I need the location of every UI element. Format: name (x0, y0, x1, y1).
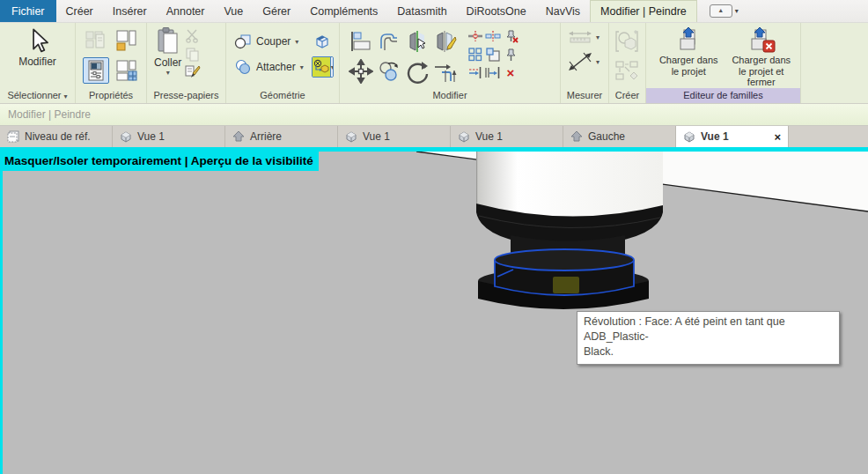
view-tab-label: Arrière (250, 130, 282, 143)
options-bar-mode-text: Modifier | Peindre (8, 108, 91, 121)
cut-geometry-button[interactable]: Couper (234, 33, 291, 49)
view-tab-label: Vue 1 (475, 130, 503, 143)
ribbon-collapse-control[interactable]: ▲ ▾ (710, 0, 739, 22)
ribbon-empty-area (801, 23, 868, 103)
trim-extend-icon[interactable] (433, 60, 458, 83)
panel-label-proprietes[interactable]: Propriétés (76, 88, 146, 103)
measure-between-refs-icon[interactable] (568, 30, 592, 44)
mirror-draw-axis-icon[interactable] (434, 30, 457, 53)
view-tab-gauche[interactable]: Gauche (563, 126, 676, 147)
trim-multiple-icon[interactable] (485, 66, 501, 79)
panel-label-geometrie[interactable]: Géométrie (226, 88, 339, 103)
scale-icon[interactable] (486, 48, 500, 62)
panel-label-selectionner[interactable]: Sélectionner ▾ (0, 88, 75, 103)
split-with-gap-icon[interactable] (485, 30, 501, 42)
create-group-icon[interactable] (614, 30, 639, 53)
view-tab-label: Niveau de réf. (25, 130, 91, 143)
tab-annoter[interactable]: Annoter (157, 0, 215, 22)
create-similar-icon[interactable] (614, 60, 639, 81)
tab-vue[interactable]: Vue (214, 0, 253, 22)
mirror-pick-axis-icon[interactable] (406, 30, 429, 53)
family-category-button[interactable] (113, 27, 139, 54)
close-tab-icon[interactable]: × (774, 130, 781, 144)
paint-status-tooltip: Révolution : Face: A été peint en tant q… (577, 311, 840, 365)
view-3d-icon (458, 130, 470, 143)
panel-label-creer[interactable]: Créer (609, 88, 645, 103)
panel-label-mesurer[interactable]: Mesurer (561, 88, 608, 103)
view-tab-vue1-b[interactable]: Vue 1 (338, 126, 451, 147)
panel-editeur-familles: Charger dans le projet Charger dans le p… (646, 23, 801, 103)
tab-fichier[interactable]: Fichier (0, 0, 56, 22)
paint-tool-button[interactable]: ▾ (312, 56, 334, 78)
tab-gerer[interactable]: Gérer (253, 0, 300, 22)
array-icon[interactable] (468, 48, 482, 62)
panel-label-presse-papiers[interactable]: Presse-papiers (147, 88, 225, 103)
tab-inserer[interactable]: Insérer (103, 0, 157, 22)
paint-remove-icon (313, 59, 330, 75)
match-properties-brush-icon[interactable] (185, 65, 201, 80)
join-dropdown-icon[interactable]: ▾ (300, 63, 304, 71)
tab-datasmith[interactable]: Datasmith (387, 0, 456, 22)
move-icon[interactable] (349, 59, 373, 84)
paste-button[interactable]: Coller ▾ (154, 26, 181, 88)
join-geometry-button[interactable]: Attacher (234, 59, 296, 75)
split-element-icon[interactable] (467, 30, 483, 42)
tab-dirootsone[interactable]: DiRootsOne (457, 0, 536, 22)
family-types-button[interactable] (113, 57, 139, 84)
modify-button-label: Modifier (18, 56, 56, 68)
tab-complements[interactable]: Compléments (300, 0, 387, 22)
measure2-dropdown-icon[interactable]: ▾ (596, 58, 600, 66)
type-properties-icon (85, 29, 107, 52)
copy-icon[interactable] (185, 47, 200, 62)
panel-creer: Créer (609, 23, 646, 103)
properties-palette-button[interactable] (83, 57, 109, 84)
collapse-ribbon-icon[interactable]: ▲ (710, 4, 732, 18)
load-into-project-icon (675, 26, 702, 53)
paste-label: Coller (154, 56, 181, 69)
panel-proprietes: Propriétés (76, 23, 147, 103)
tab-creer[interactable]: Créer (56, 0, 103, 22)
family-category-icon (114, 29, 137, 52)
cut-icon[interactable] (185, 28, 200, 43)
tab-modifier-peindre[interactable]: Modifier | Peindre (590, 0, 697, 22)
offset-icon[interactable] (378, 31, 401, 52)
modify-button[interactable]: Modifier (0, 23, 75, 68)
paste-dropdown-icon[interactable]: ▾ (166, 69, 170, 77)
unpin-icon[interactable] (503, 29, 519, 43)
rotate-icon[interactable] (405, 59, 430, 84)
panel-modifier: × Modifier (340, 23, 561, 103)
load-into-project-close-button[interactable]: Charger dans le projet et fermer (728, 26, 796, 88)
chevron-down-icon: ▾ (64, 93, 68, 100)
view-tab-vue1-active[interactable]: Vue 1 × (676, 126, 789, 147)
demolish-cube-icon[interactable] (313, 33, 331, 49)
tab-navvis[interactable]: NavVis (536, 0, 590, 22)
elevation-view-icon (232, 130, 245, 143)
tooltip-line2: Black. (584, 345, 614, 358)
view-tab-niveau-de-ref[interactable]: Niveau de réf. (0, 126, 113, 147)
copy-icon-modify[interactable] (378, 61, 401, 82)
view-tab-arriere[interactable]: Arrière (225, 126, 338, 147)
load-into-project-button[interactable]: Charger dans le projet (655, 26, 723, 88)
view-tab-vue1-c[interactable]: Vue 1 (451, 126, 563, 147)
white-cylinder[interactable] (476, 152, 663, 218)
panel-geometrie: Couper ▾ Attacher (226, 23, 340, 103)
view-tab-label: Vue 1 (701, 130, 729, 143)
panel-selectionner: Modifier Sélectionner ▾ (0, 23, 76, 103)
delete-icon[interactable]: × (507, 67, 515, 79)
align-icon[interactable] (349, 31, 372, 52)
paint-dropdown-icon[interactable]: ▾ (331, 63, 334, 71)
plan-view-icon (7, 130, 19, 143)
drawing-area[interactable]: Masquer/Isoler temporairement | Aperçu d… (0, 147, 868, 474)
measure-along-element-icon[interactable] (568, 51, 592, 72)
view-tab-vue1-a[interactable]: Vue 1 (113, 126, 225, 147)
trim-single-icon[interactable] (467, 66, 483, 79)
panel-label-editeur-familles[interactable]: Editeur de familles (646, 88, 800, 103)
type-properties-button[interactable] (83, 27, 109, 54)
temporary-hide-isolate-banner[interactable]: Masquer/Isoler temporairement | Aperçu d… (0, 152, 319, 171)
pin-icon[interactable] (504, 48, 518, 62)
cut-dropdown-icon[interactable]: ▾ (295, 38, 298, 46)
panel-label-modifier[interactable]: Modifier (340, 88, 560, 103)
measure-dropdown-icon[interactable]: ▾ (596, 33, 600, 41)
view-3d-icon (345, 130, 357, 143)
collapse-dropdown-icon[interactable]: ▾ (735, 7, 739, 15)
